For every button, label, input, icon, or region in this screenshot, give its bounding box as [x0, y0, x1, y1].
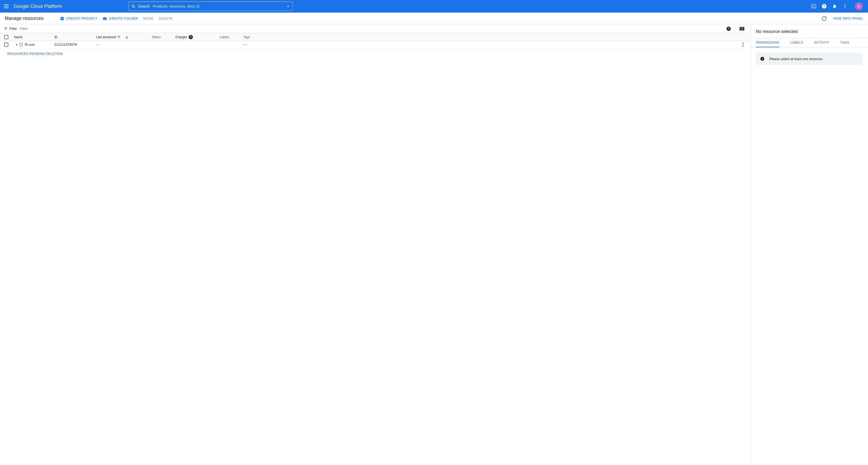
svg-rect-28 [762, 58, 763, 58]
header-utility-icons: ? A [811, 2, 863, 10]
account-avatar[interactable]: A [855, 2, 863, 10]
plus-box-icon [60, 16, 64, 21]
svg-point-0 [132, 5, 134, 7]
table-row[interactable]: f5.com 211211374079 — — [0, 41, 750, 48]
search-input[interactable]: Search Products, resources, docs (/) [128, 2, 293, 11]
filter-label: Filter [9, 27, 17, 31]
row-id: 211211374079 [54, 42, 96, 47]
svg-rect-14 [743, 27, 744, 31]
tab-tags[interactable]: TAGS [840, 38, 849, 47]
svg-rect-19 [20, 43, 23, 46]
resources-pending-deletion-link[interactable]: RESOURCES PENDING DELETION [0, 48, 750, 59]
row-name: f5.com [25, 42, 35, 47]
info-icon [760, 56, 765, 61]
search-label: Search [138, 4, 150, 8]
column-selector-icon[interactable] [735, 24, 748, 33]
svg-rect-2 [812, 4, 816, 8]
folder-plus-icon [102, 16, 107, 21]
main-panel: Filter ? Name ID Last accessed [0, 24, 750, 465]
delete-label: DELETE [159, 17, 173, 20]
info-panel-tabs: PERMISSIONS LABELS ACTIVITY TAGS [750, 38, 868, 48]
info-panel: No resource selected PERMISSIONS LABELS … [750, 24, 868, 465]
info-callout: Please select at least one resource. [756, 53, 863, 65]
column-header-last-accessed[interactable]: Last accessed [96, 35, 152, 39]
move-button[interactable]: MOVE [141, 17, 156, 20]
filter-text-input[interactable] [19, 27, 722, 31]
row-actions-menu-icon[interactable] [742, 42, 744, 47]
filter-icon [4, 27, 8, 31]
column-header-name[interactable]: Name [14, 35, 54, 39]
info-message: Please select at least one resource. [769, 57, 823, 61]
row-checkbox[interactable] [4, 42, 8, 47]
chevron-down-icon[interactable] [286, 4, 290, 8]
search-container: Search Products, resources, docs (/) [128, 2, 293, 11]
column-header-status[interactable]: Status [152, 35, 175, 39]
help-icon[interactable]: ? [822, 4, 827, 9]
tab-activity[interactable]: ACTIVITY [814, 38, 829, 47]
sort-arrow-down-icon [125, 35, 129, 39]
col-charges-label: Charges [175, 35, 187, 39]
row-last-accessed: — [96, 42, 152, 47]
product-logo-text[interactable]: Google Cloud Platform [13, 4, 62, 9]
select-all-checkbox[interactable] [4, 35, 8, 39]
create-project-label: CREATE PROJECT [66, 17, 97, 20]
column-header-labels[interactable]: Labels [220, 35, 243, 39]
svg-rect-27 [762, 59, 763, 60]
content-area: Filter ? Name ID Last accessed [0, 24, 868, 465]
info-panel-title: No resource selected [750, 24, 868, 38]
delete-button[interactable]: DELETE [156, 17, 175, 20]
hamburger-menu-icon[interactable] [3, 3, 9, 9]
charges-help-icon[interactable]: ? [189, 35, 193, 39]
svg-rect-12 [740, 27, 741, 31]
notifications-icon[interactable] [832, 4, 837, 9]
expand-row-icon[interactable] [16, 43, 18, 46]
search-icon [131, 4, 135, 8]
filter-list-icon [117, 35, 121, 39]
page-title: Manage resources [5, 16, 43, 21]
table-header: Name ID Last accessed Status Charges ? L… [0, 33, 750, 41]
filter-trigger[interactable]: Filter [2, 27, 19, 31]
search-placeholder: Products, resources, docs (/) [153, 4, 286, 8]
create-folder-button[interactable]: CREATE FOLDER [100, 16, 141, 21]
svg-rect-13 [741, 27, 742, 31]
more-menu-icon[interactable] [842, 4, 848, 9]
filter-help-icon[interactable]: ? [722, 24, 735, 33]
page-toolbar: Manage resources CREATE PROJECT CREATE F… [0, 13, 868, 24]
organization-icon [19, 42, 23, 47]
move-label: MOVE [143, 17, 153, 20]
tab-permissions[interactable]: PERMISSIONS [756, 38, 779, 47]
svg-line-1 [134, 7, 135, 7]
column-header-tags[interactable]: Tags [243, 35, 261, 39]
hide-info-panel-button[interactable]: HIDE INFO PANEL [833, 17, 863, 20]
create-project-button[interactable]: CREATE PROJECT [57, 16, 100, 21]
row-tags: — [243, 42, 261, 47]
filter-bar: Filter ? [0, 24, 750, 33]
refresh-icon[interactable] [822, 16, 827, 21]
tab-labels[interactable]: LABELS [790, 38, 803, 47]
column-header-id[interactable]: ID [54, 35, 96, 39]
cloud-shell-icon[interactable] [811, 4, 816, 9]
global-header: Google Cloud Platform Search Products, r… [0, 0, 868, 12]
col-last-accessed-label: Last accessed [96, 35, 116, 39]
create-folder-label: CREATE FOLDER [109, 17, 138, 20]
column-header-charges[interactable]: Charges ? [175, 35, 220, 39]
